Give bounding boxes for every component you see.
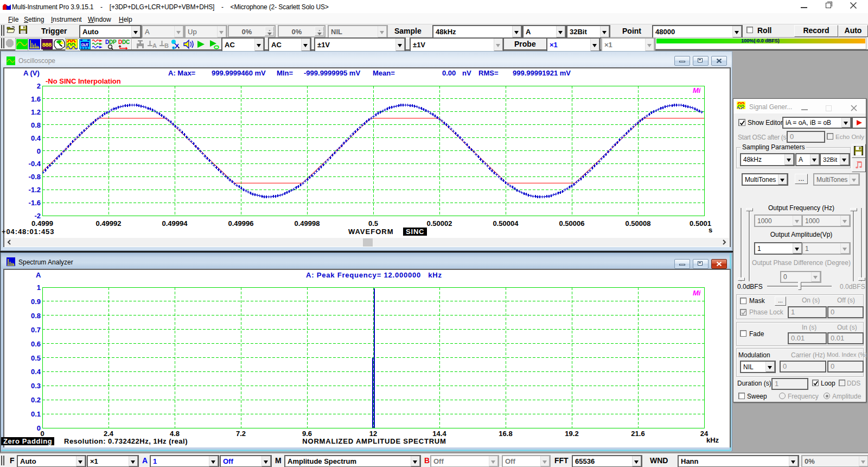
- svg-text:B: B: [164, 42, 169, 49]
- svg-text:Mi: Mi: [693, 86, 701, 94]
- svg-text:C: C: [126, 39, 130, 45]
- svg-text:Mi: Mi: [693, 289, 701, 297]
- svg-text:DUT: DUT: [81, 42, 89, 47]
- svg-text:888: 888: [42, 42, 52, 48]
- svg-text:A: A: [152, 42, 157, 49]
- svg-text:P: P: [113, 39, 117, 45]
